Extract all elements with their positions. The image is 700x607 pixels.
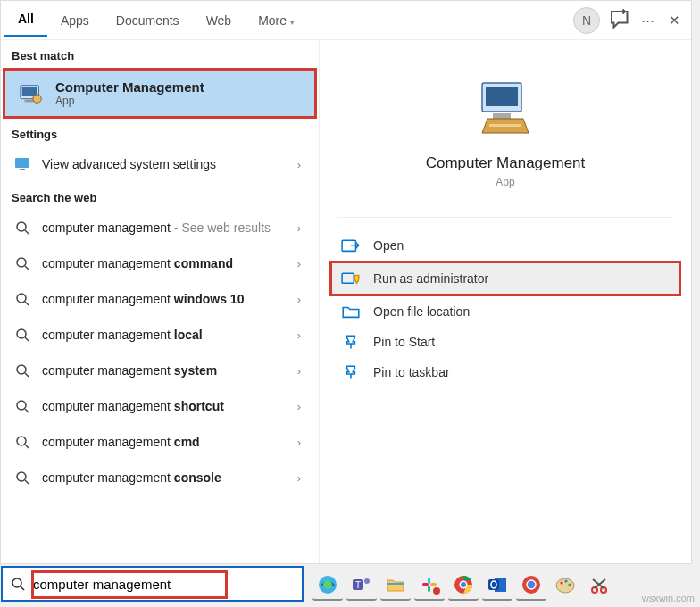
tab-documents[interactable]: Documents (103, 4, 193, 37)
svg-line-13 (25, 337, 29, 341)
chevron-down-icon: ▾ (290, 18, 295, 27)
web-result-2[interactable]: computer management command › (1, 245, 319, 281)
feedback-icon[interactable] (607, 7, 634, 34)
svg-point-52 (564, 579, 567, 582)
chevron-right-icon: › (297, 471, 306, 485)
preview-subtitle: App (338, 176, 673, 188)
more-icon[interactable]: ⋯ (634, 7, 661, 34)
best-match-heading: Best match (1, 40, 319, 68)
svg-point-8 (17, 258, 26, 267)
web-result-4[interactable]: computer management local › (1, 317, 319, 353)
svg-point-51 (560, 581, 562, 584)
taskbar-explorer-icon[interactable] (380, 570, 411, 601)
web-result-5[interactable]: computer management system › (1, 353, 319, 388)
web-result-6[interactable]: computer management shortcut › (1, 388, 319, 424)
svg-point-16 (17, 401, 26, 410)
folder-location-icon (341, 304, 361, 320)
tab-apps[interactable]: Apps (47, 4, 103, 37)
action-run-as-admin[interactable]: Run as administrator (329, 261, 681, 296)
search-icon (13, 219, 31, 237)
svg-rect-37 (430, 583, 437, 586)
taskbar-teams-icon[interactable]: T (346, 570, 377, 601)
web-result-label: computer management console (42, 470, 297, 485)
search-icon (13, 362, 31, 379)
svg-rect-36 (422, 583, 429, 586)
action-open[interactable]: Open (332, 230, 679, 261)
chevron-right-icon: › (297, 293, 306, 306)
svg-rect-35 (388, 583, 404, 585)
scope-tabs: All Apps Documents Web More▾ N ⋯ ✕ (1, 1, 691, 40)
web-result-3[interactable]: computer management windows 10 › (1, 281, 319, 317)
web-result-8[interactable]: computer management console › (1, 460, 319, 495)
taskbar-chrome2-icon[interactable] (516, 570, 546, 601)
action-pin-start[interactable]: Pin to Start (332, 327, 679, 357)
open-icon (341, 237, 361, 254)
svg-line-29 (21, 586, 24, 590)
taskbar-outlook-icon[interactable] (482, 570, 512, 601)
svg-line-9 (25, 266, 29, 270)
web-result-7[interactable]: computer management cmd › (1, 424, 319, 460)
svg-line-21 (25, 480, 29, 484)
best-match-subtitle: App (55, 95, 204, 107)
svg-line-19 (25, 445, 29, 448)
pin-icon (341, 334, 361, 350)
action-label: Run as administrator (373, 271, 488, 286)
search-icon (13, 326, 31, 344)
computer-management-icon (18, 80, 45, 107)
svg-rect-25 (489, 124, 521, 127)
chevron-right-icon: › (297, 364, 306, 378)
search-input[interactable] (33, 568, 302, 600)
taskbar-chrome-icon[interactable] (448, 570, 479, 601)
svg-point-48 (528, 581, 535, 588)
web-result-label: computer management shortcut (42, 399, 297, 413)
svg-point-28 (12, 578, 21, 587)
tab-web[interactable]: Web (193, 4, 246, 37)
svg-point-12 (17, 329, 26, 338)
chevron-right-icon: › (297, 328, 306, 342)
computer-management-large-icon (471, 74, 539, 142)
action-open-file-location[interactable]: Open file location (332, 296, 679, 327)
web-result-1[interactable]: computer management - See web results › (1, 210, 319, 245)
tab-more[interactable]: More▾ (245, 4, 308, 37)
action-label: Open file location (373, 304, 470, 319)
search-web-heading: Search the web (1, 182, 319, 210)
web-result-label: computer management - See web results (42, 220, 297, 235)
taskbar-paint-icon[interactable] (550, 570, 580, 601)
tab-all[interactable]: All (4, 3, 47, 37)
chevron-right-icon: › (297, 158, 306, 171)
preview-pane: Computer Management App Open Run as admi… (320, 40, 691, 563)
taskbar-snip-icon[interactable] (584, 570, 614, 601)
close-icon[interactable]: ✕ (661, 7, 688, 34)
search-icon (13, 254, 31, 272)
svg-rect-23 (486, 87, 518, 106)
monitor-icon (13, 155, 31, 173)
svg-line-7 (25, 230, 29, 234)
svg-rect-38 (428, 578, 430, 584)
taskbar-slack-icon[interactable] (414, 570, 445, 601)
svg-point-6 (17, 222, 26, 231)
search-bar[interactable] (1, 566, 304, 602)
svg-line-11 (25, 302, 29, 305)
svg-point-3 (33, 94, 41, 102)
taskbar-edge-icon[interactable] (312, 570, 343, 601)
settings-advanced-system[interactable]: View advanced system settings › (1, 146, 319, 182)
svg-point-53 (568, 583, 571, 586)
shield-admin-icon (341, 270, 361, 287)
svg-point-43 (461, 582, 466, 587)
settings-heading: Settings (1, 119, 319, 146)
search-icon (3, 577, 33, 591)
svg-point-14 (17, 365, 26, 374)
action-label: Pin to Start (373, 335, 435, 349)
action-pin-taskbar[interactable]: Pin to taskbar (332, 357, 679, 387)
user-avatar[interactable]: N (573, 7, 600, 34)
web-result-label: computer management windows 10 (42, 292, 297, 306)
search-icon (13, 433, 31, 451)
web-result-label: computer management cmd (42, 435, 297, 449)
best-match-title: Computer Management (55, 79, 204, 95)
watermark: wsxwin.com (642, 593, 695, 603)
web-result-label: computer management command (42, 256, 297, 270)
best-match-result[interactable]: Computer Management App (3, 68, 317, 119)
svg-point-20 (17, 472, 26, 481)
chevron-right-icon: › (297, 436, 306, 449)
pin-icon (341, 364, 361, 380)
